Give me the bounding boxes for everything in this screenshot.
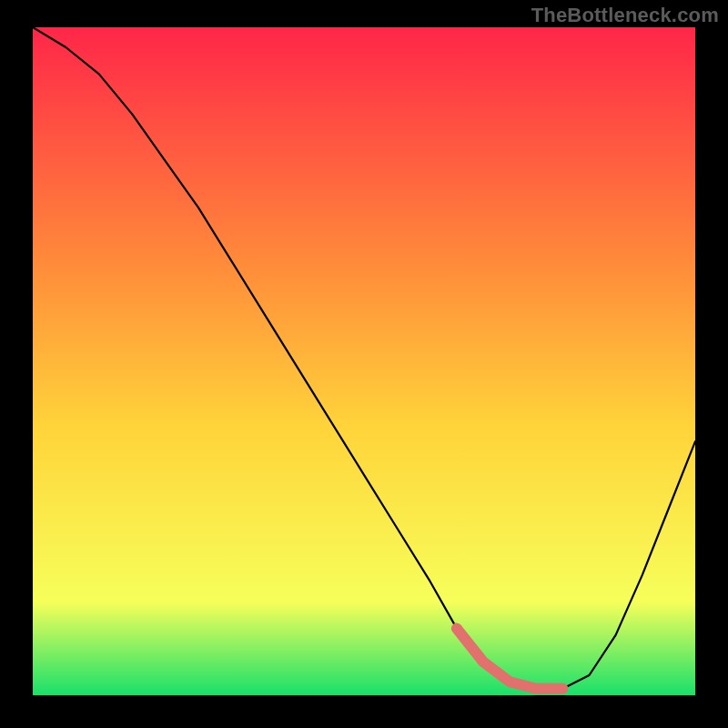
bottleneck-plot xyxy=(33,27,695,695)
gradient-background xyxy=(33,27,695,695)
plot-svg xyxy=(33,27,695,695)
chart-frame: TheBottleneck.com xyxy=(0,0,728,728)
watermark-text: TheBottleneck.com xyxy=(531,4,719,27)
